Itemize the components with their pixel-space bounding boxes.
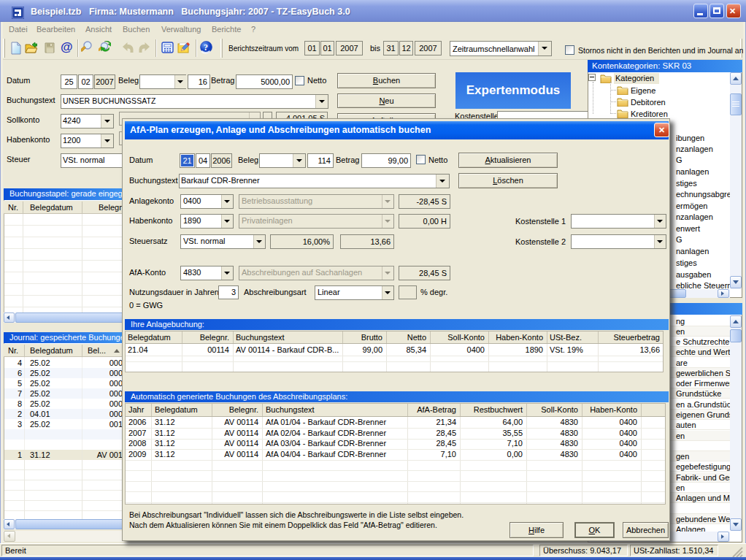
svg-text:?: ? [204,42,208,53]
svg-text:@: @ [61,41,73,54]
